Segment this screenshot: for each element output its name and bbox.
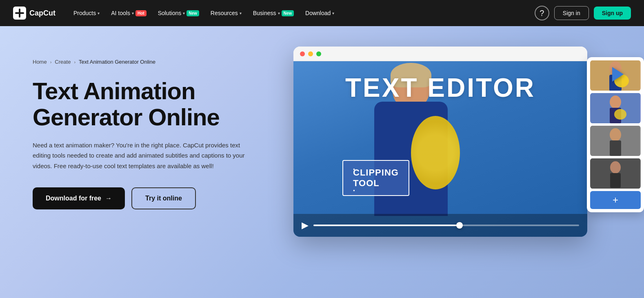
svg-point-10	[614, 109, 626, 120]
nav-item-solutions[interactable]: Solutions ▾ New	[153, 7, 204, 20]
video-controls: ▶	[293, 214, 587, 237]
thumbnail-3[interactable]	[590, 126, 641, 156]
download-chevron: ▾	[332, 11, 334, 16]
svg-point-12	[610, 128, 621, 141]
person-flowers	[411, 116, 460, 189]
text-editor-label: TEXT EDITOR	[293, 73, 587, 103]
navbar-left: CapCut Products ▾ AI tools ▾ Hot Solutio…	[13, 7, 339, 20]
breadcrumb-home[interactable]: Home	[33, 59, 47, 65]
hero-image-area: TEXT EDITOR CLIPPINGTOOL ▶	[269, 42, 611, 237]
nav-item-resources[interactable]: Resources ▾	[206, 7, 246, 20]
business-label: Business	[253, 10, 276, 16]
browser-bar	[293, 47, 587, 61]
help-icon: ?	[540, 9, 544, 18]
cursor-arrow-icon	[612, 67, 624, 82]
breadcrumb-create[interactable]: Create	[55, 59, 71, 65]
progress-bar[interactable]	[313, 225, 579, 226]
svg-rect-2	[19, 9, 20, 18]
hero-description: Need a text animation maker? You're in t…	[33, 140, 245, 171]
clipping-tool-label: CLIPPINGTOOL	[342, 160, 409, 196]
add-clip-button[interactable]: +	[590, 191, 641, 209]
business-chevron: ▾	[278, 11, 280, 16]
hero-content: Home › Create › Text Animation Generator…	[33, 42, 269, 209]
thumbnail-4[interactable]	[590, 158, 641, 189]
browser-dot-green	[316, 51, 321, 56]
download-label: Download	[305, 10, 331, 16]
breadcrumb-sep-2: ›	[74, 60, 76, 64]
progress-thumb	[456, 222, 463, 229]
download-arrow-icon: →	[105, 195, 112, 202]
hero-buttons: Download for free → Try it online	[33, 187, 269, 209]
download-free-label: Download for free	[46, 195, 101, 202]
browser-dot-red	[300, 51, 305, 56]
ai-tools-badge: Hot	[135, 10, 147, 16]
svg-rect-13	[610, 140, 621, 156]
thumbnail-2-image	[590, 93, 641, 123]
svg-rect-16	[610, 173, 621, 188]
nav-item-download[interactable]: Download ▾	[300, 7, 339, 20]
hero-title: Text Animation Generator Online	[33, 78, 269, 130]
solutions-label: Solutions	[158, 10, 182, 16]
capcut-logo-icon	[13, 7, 26, 20]
breadcrumb-sep-1: ›	[50, 60, 52, 64]
solutions-chevron: ▾	[183, 11, 185, 16]
nav-items: Products ▾ AI tools ▾ Hot Solutions ▾ Ne…	[69, 7, 339, 20]
play-button[interactable]: ▶	[302, 220, 309, 231]
logo[interactable]: CapCut	[13, 7, 56, 20]
signup-button[interactable]: Sign up	[594, 7, 631, 20]
browser-dot-yellow	[308, 51, 313, 56]
breadcrumb: Home › Create › Text Animation Generator…	[33, 59, 269, 65]
thumbnail-2[interactable]	[590, 93, 641, 123]
business-badge: New	[282, 10, 294, 16]
logo-text: CapCut	[29, 9, 56, 18]
resources-label: Resources	[211, 10, 238, 16]
browser-mockup: TEXT EDITOR CLIPPINGTOOL ▶	[293, 47, 587, 237]
thumbnail-3-image	[590, 126, 641, 156]
products-chevron: ▾	[98, 11, 100, 16]
navbar-right: ? Sign in Sign up	[535, 6, 631, 20]
nav-item-products[interactable]: Products ▾	[69, 7, 104, 20]
ai-tools-label: AI tools	[111, 10, 130, 16]
hero-section: Home › Create › Text Animation Generator…	[0, 26, 644, 298]
video-area: TEXT EDITOR CLIPPINGTOOL ▶	[293, 61, 587, 237]
products-label: Products	[73, 10, 96, 16]
svg-point-15	[610, 161, 621, 173]
help-button[interactable]: ?	[535, 6, 549, 20]
progress-fill	[313, 225, 460, 226]
try-online-button[interactable]: Try it online	[131, 187, 196, 209]
solutions-badge: New	[187, 10, 199, 16]
ai-tools-chevron: ▾	[132, 11, 134, 16]
nav-item-ai-tools[interactable]: AI tools ▾ Hot	[106, 7, 151, 20]
clipping-tool-text: CLIPPINGTOOL	[353, 167, 399, 189]
breadcrumb-current: Text Animation Generator Online	[79, 59, 155, 65]
resources-chevron: ▾	[240, 11, 242, 16]
svg-point-8	[610, 96, 621, 109]
nav-item-business[interactable]: Business ▾ New	[248, 7, 299, 20]
thumbnail-4-image	[590, 158, 641, 189]
navbar: CapCut Products ▾ AI tools ▾ Hot Solutio…	[0, 0, 644, 26]
download-free-button[interactable]: Download for free →	[33, 187, 125, 209]
signin-button[interactable]: Sign in	[554, 6, 589, 20]
